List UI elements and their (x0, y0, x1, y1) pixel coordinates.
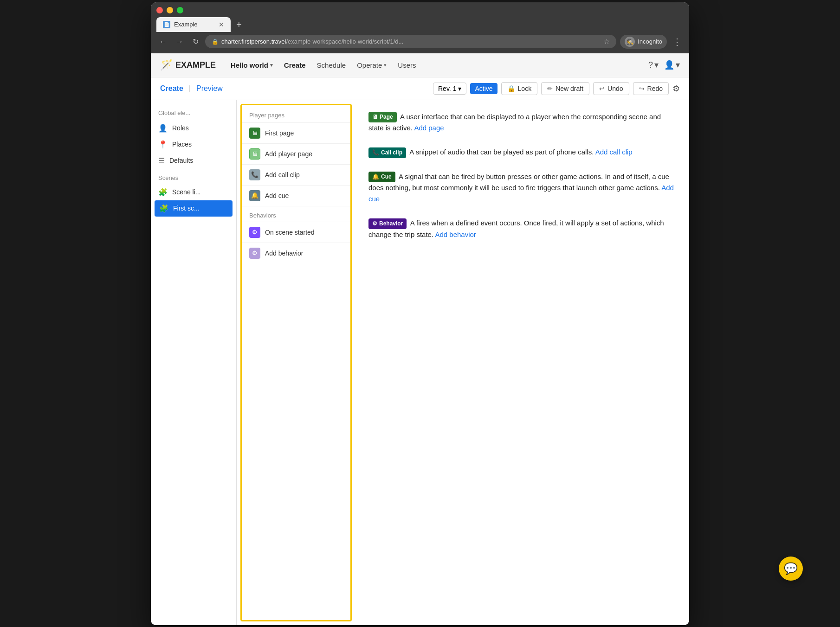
panel-item-add-cue[interactable]: 🔔 Add cue (242, 185, 350, 206)
cue-description: A signal that can be fired by button pre… (368, 173, 669, 192)
behavior-badge: ⚙ Behavior (368, 218, 407, 229)
add-behavior-label: Add behavior (265, 250, 304, 257)
incognito-button[interactable]: 🕵 Incognito (620, 35, 667, 49)
sidebar: Global ele... 👤 Roles 📍 Places ☰ Default… (151, 100, 237, 625)
add-call-clip-link[interactable]: Add call clip (595, 148, 633, 156)
nav-schedule[interactable]: Schedule (317, 61, 346, 69)
operate-label: Operate (357, 61, 382, 69)
browser-window: 📄 Example ✕ + ← → ↻ 🔒 charter.firstperso… (151, 2, 689, 625)
player-pages-label: Player pages (242, 105, 350, 122)
sidebar-item-places[interactable]: 📍 Places (151, 136, 236, 153)
logo-text: EXAMPLE (175, 60, 216, 70)
maximize-traffic-light[interactable] (177, 7, 183, 13)
schedule-label: Schedule (317, 61, 346, 69)
panel-item-first-page[interactable]: 🖥 First page (242, 122, 350, 143)
lock-icon: 🔒 (212, 38, 219, 45)
user-button[interactable]: 👤 ▾ (664, 60, 680, 70)
content-entry-behavior: ⚙ Behavior A fires when a defined event … (368, 218, 676, 240)
call-clip-badge-icon: 📞 (372, 148, 379, 157)
first-page-label: First page (265, 129, 294, 137)
browser-titlebar: 📄 Example ✕ + (151, 2, 689, 32)
workspace-chevron-icon: ▾ (270, 62, 273, 68)
sidebar-item-scene-list[interactable]: 🧩 Scene li... (151, 184, 236, 200)
content-panel: 🖥 Page A user interface that can be disp… (355, 100, 689, 625)
nav-create[interactable]: Create (284, 61, 306, 69)
nav-operate[interactable]: Operate ▾ (357, 61, 387, 69)
panel-item-add-call-clip[interactable]: 📞 Add call clip (242, 164, 350, 185)
logo-icon: 🪄 (160, 59, 173, 71)
page-description: A user interface that can be displayed t… (368, 113, 661, 132)
close-traffic-light[interactable] (156, 7, 163, 13)
add-behavior-link[interactable]: Add behavior (435, 230, 476, 238)
panel-item-add-behavior[interactable]: ⚙ Add behavior (242, 243, 350, 263)
redo-icon: ↪ (639, 85, 645, 92)
browser-tab-active[interactable]: 📄 Example ✕ (156, 17, 231, 32)
defaults-icon: ☰ (158, 156, 165, 165)
minimize-traffic-light[interactable] (167, 7, 173, 13)
add-player-page-icon: 🖥 (249, 148, 260, 160)
content-entry-page: 🖥 Page A user interface that can be disp… (368, 111, 676, 134)
panel-item-on-scene-started[interactable]: ⚙ On scene started (242, 222, 350, 243)
nav-workspace[interactable]: Hello world ▾ (231, 61, 273, 69)
sidebar-scene-list-label: Scene li... (172, 188, 200, 196)
redo-button[interactable]: ↪ Redo (633, 82, 669, 95)
active-badge: Active (470, 83, 497, 94)
chat-fab-button[interactable]: 💬 (779, 557, 803, 581)
add-player-page-label: Add player page (265, 150, 312, 158)
scenes-section-text: Scenes (158, 174, 178, 181)
sidebar-scenes-label: Scenes (151, 169, 236, 184)
lock-label: Lock (518, 85, 532, 92)
help-icon: ? (648, 60, 653, 70)
traffic-lights (156, 7, 684, 13)
nav-users[interactable]: Users (398, 61, 416, 69)
preview-link[interactable]: Preview (196, 84, 223, 93)
users-label: Users (398, 61, 416, 69)
lock-icon: 🔒 (507, 85, 515, 92)
sidebar-item-first-scene[interactable]: 🧩 First sc... (155, 200, 233, 217)
sidebar-roles-label: Roles (172, 124, 189, 132)
new-tab-button[interactable]: + (232, 18, 246, 32)
undo-icon: ↩ (599, 85, 605, 92)
more-options-icon[interactable]: ⋮ (671, 36, 684, 47)
content-entry-cue: 🔔 Cue A signal that can be fired by butt… (368, 171, 676, 205)
middle-panel-inner: Player pages 🖥 First page 🖥 Add player p… (242, 105, 350, 263)
redo-label: Redo (647, 85, 663, 92)
cue-badge-icon: 🔔 (372, 173, 379, 181)
sidebar-item-defaults[interactable]: ☰ Defaults (151, 153, 236, 169)
sidebar-global-label: Global ele... (151, 108, 236, 120)
sidebar-item-roles[interactable]: 👤 Roles (151, 120, 236, 136)
on-scene-started-label: On scene started (265, 229, 315, 236)
page-badge-icon: 🖥 (372, 113, 378, 122)
revision-button[interactable]: Rev. 1 ▾ (433, 83, 466, 95)
help-button[interactable]: ? ▾ (648, 60, 659, 70)
add-page-link[interactable]: Add page (414, 124, 444, 132)
call-clip-description: A snippet of audio that can be played as… (409, 148, 594, 156)
add-call-clip-label: Add call clip (265, 171, 300, 179)
create-link[interactable]: Create (160, 84, 183, 93)
user-icon: 👤 (664, 60, 674, 70)
sidebar-places-label: Places (172, 141, 192, 148)
address-path: /example-workspace/hello-world/script/1/… (286, 38, 403, 45)
revision-chevron-icon: ▾ (458, 85, 461, 92)
tab-close-button[interactable]: ✕ (219, 21, 224, 28)
new-draft-button[interactable]: ✏ New draft (541, 82, 589, 95)
undo-button[interactable]: ↩ Undo (593, 82, 629, 95)
tab-favicon: 📄 (163, 21, 170, 28)
address-bar[interactable]: 🔒 charter.firstperson.travel/example-wor… (205, 35, 616, 48)
reload-button[interactable]: ↻ (190, 36, 201, 47)
on-scene-started-icon: ⚙ (249, 227, 260, 238)
address-bar-row: ← → ↻ 🔒 charter.firstperson.travel/examp… (151, 32, 689, 53)
bookmark-icon[interactable]: ☆ (603, 37, 610, 46)
scene-list-icon: 🧩 (158, 188, 168, 197)
toolbar-divider: | (189, 84, 191, 93)
middle-panel: Player pages 🖥 First page 🖥 Add player p… (240, 104, 352, 621)
cue-badge-text: Cue (381, 173, 392, 181)
forward-button[interactable]: → (173, 37, 186, 47)
toolbar-right: Rev. 1 ▾ Active 🔒 Lock ✏ New draft ↩ Und… (433, 82, 680, 95)
lock-button[interactable]: 🔒 Lock (501, 82, 538, 95)
panel-item-add-player-page[interactable]: 🖥 Add player page (242, 143, 350, 164)
settings-button[interactable]: ⚙ (672, 83, 680, 94)
operate-chevron-icon: ▾ (384, 62, 387, 68)
page-badge-text: Page (380, 113, 393, 122)
back-button[interactable]: ← (156, 37, 169, 47)
